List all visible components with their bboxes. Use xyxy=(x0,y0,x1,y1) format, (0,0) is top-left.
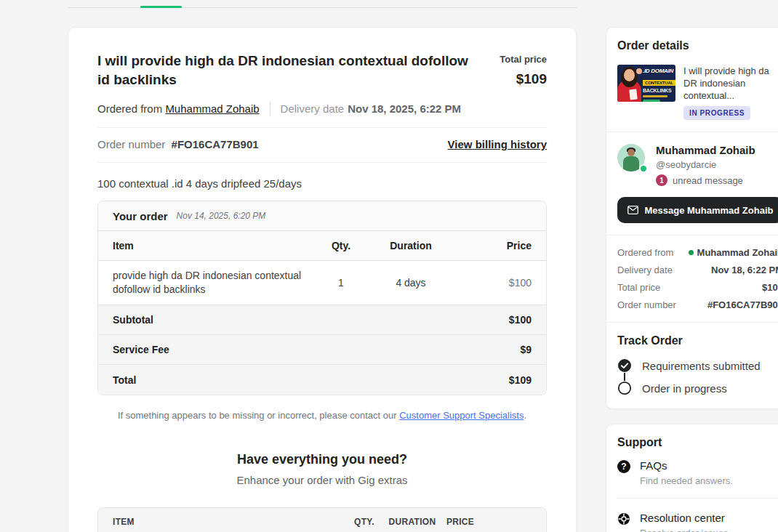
divider xyxy=(606,235,778,235)
support-card: Support ? FAQs Find needed answers. › Re… xyxy=(606,424,778,532)
total-price-label: Total price xyxy=(500,54,547,65)
your-order-title: Your order xyxy=(113,210,168,222)
service-fee-value: $9 xyxy=(520,344,532,355)
online-status-dot xyxy=(639,164,648,173)
thumb-text-line1: .ID DOMAIN xyxy=(643,68,674,74)
detail-row-total-price: Total price $109 xyxy=(617,282,778,293)
status-badge: IN PROGRESS xyxy=(683,106,750,120)
empty-circle-icon xyxy=(617,381,632,395)
track-order-title: Track Order xyxy=(617,334,778,347)
support-title: Support xyxy=(617,436,778,449)
divider xyxy=(617,498,778,499)
resolution-center-label: Resolution center xyxy=(640,512,731,524)
subtotal-row: Subtotal $100 xyxy=(98,305,546,335)
order-description: 100 contextual .id 4 days dripfeed 25/da… xyxy=(97,177,547,190)
service-fee-label: Service Fee xyxy=(113,344,169,355)
track-step-label: Order in progress xyxy=(642,382,727,395)
seller-name[interactable]: Muhammad Zohaib xyxy=(656,144,755,156)
support-note: If something appears to be missing or in… xyxy=(97,410,547,421)
upsell-subheading: Enhance your order with Gig extras xyxy=(97,474,547,486)
row-item-name: provide high da DR indonesian contextual… xyxy=(113,269,316,297)
total-label: Total xyxy=(113,374,136,386)
divider xyxy=(606,132,778,132)
extras-column-duration: DURATION xyxy=(386,517,438,527)
total-value: $109 xyxy=(509,374,532,386)
row-price: $100 xyxy=(455,276,532,290)
service-fee-row: Service Fee $9 xyxy=(98,335,546,365)
order-details-title: Order details xyxy=(617,39,778,52)
thumb-person-face xyxy=(624,69,635,81)
thumb-person-hand xyxy=(636,68,642,74)
vertical-divider xyxy=(270,102,270,116)
detail-label: Order number xyxy=(617,299,676,310)
detail-label: Total price xyxy=(617,282,660,293)
row-duration: 4 days xyxy=(366,276,455,290)
envelope-icon xyxy=(627,206,638,214)
resolution-center-description: Resolve order issues. xyxy=(640,528,731,532)
track-step-pending: Order in progress xyxy=(617,381,778,395)
thumb-cta-pill xyxy=(643,100,660,102)
thumb-text-line4 xyxy=(643,95,667,97)
upsell-heading: Have everything you need? xyxy=(97,452,547,467)
detail-value: Muhammad Zohaib xyxy=(689,247,778,258)
order-summary-card: I will provide high da DR indonesian con… xyxy=(68,27,577,532)
delivery-date-value: Nov 18, 2025, 6:22 PM xyxy=(348,102,461,115)
question-icon: ? xyxy=(617,460,630,473)
order-details-card: Order details .ID DOMAIN CONTEXTUAL BACK… xyxy=(606,27,778,409)
extras-column-price: PRICE xyxy=(438,517,482,527)
message-seller-button[interactable]: Message Muhammad Zohaib xyxy=(617,197,778,223)
faqs-label: FAQs xyxy=(640,459,733,472)
faqs-item[interactable]: ? FAQs Find needed answers. › xyxy=(617,449,778,495)
support-note-suffix: . xyxy=(524,410,526,421)
delivery-date-label: Delivery date xyxy=(281,102,345,115)
message-button-label: Message Muhammad Zohaib xyxy=(645,205,774,216)
subtotal-value: $100 xyxy=(509,314,532,326)
detail-value: #FO16CA77B901 xyxy=(707,299,778,310)
table-row: provide high da DR indonesian contextual… xyxy=(98,261,546,305)
customer-support-link[interactable]: Customer Support Specialists xyxy=(399,410,524,421)
row-qty: 1 xyxy=(316,276,366,290)
faqs-description: Find needed answers. xyxy=(640,475,733,486)
order-items-table: Your order Nov 14, 2025, 6:20 PM Item Qt… xyxy=(97,201,547,395)
gig-thumbnail[interactable]: .ID DOMAIN CONTEXTUAL BACKLINKS xyxy=(617,65,675,102)
column-header-price: Price xyxy=(455,240,532,251)
order-details-list: Ordered from Muhammad Zohaib Delivery da… xyxy=(617,247,778,310)
online-dot-icon xyxy=(689,250,694,255)
total-row: Total $109 xyxy=(98,365,546,395)
track-step-done: Requirements submitted xyxy=(617,358,778,373)
unread-message-label[interactable]: unread message xyxy=(673,175,743,186)
track-step-label: Requirements submitted xyxy=(642,360,761,372)
order-number-label: Order number xyxy=(97,138,165,150)
track-connector xyxy=(624,373,625,381)
resolution-center-item[interactable]: Resolution center Resolve order issues. … xyxy=(617,501,778,532)
order-placed-date: Nov 14, 2025, 6:20 PM xyxy=(177,211,266,221)
gig-title: I will provide high da DR indonesian con… xyxy=(97,52,468,89)
order-page-tabs xyxy=(68,0,577,8)
detail-row-order-number: Order number #FO16CA77B901 xyxy=(617,299,778,310)
subtotal-label: Subtotal xyxy=(113,314,153,326)
ordered-from-label: Ordered from xyxy=(97,102,162,115)
view-billing-history-link[interactable]: View billing history xyxy=(448,138,547,150)
seller-profile-link[interactable]: Muhammad Zohaib xyxy=(165,102,259,115)
thumb-text-line2: CONTEXTUAL xyxy=(643,80,675,86)
detail-row-ordered-from: Ordered from Muhammad Zohaib xyxy=(617,247,778,258)
detail-label: Delivery date xyxy=(617,265,673,275)
seller-handle: @seobydarcie xyxy=(656,159,755,170)
divider xyxy=(606,322,778,323)
sidebar-gig-title: I will provide high da DR indonesian con… xyxy=(683,65,778,102)
order-number-value: #FO16CA77B901 xyxy=(172,138,259,150)
column-header-qty: Qty. xyxy=(316,240,366,251)
order-sidebar: Order details .ID DOMAIN CONTEXTUAL BACK… xyxy=(606,27,778,532)
extras-column-item: ITEM xyxy=(113,517,342,527)
detail-value: $109 xyxy=(762,282,778,293)
column-header-item: Item xyxy=(113,240,316,251)
lifebuoy-icon xyxy=(617,512,630,525)
column-header-duration: Duration xyxy=(366,240,455,251)
thumb-text-line3: BACKLINKS xyxy=(643,88,674,93)
detail-label: Ordered from xyxy=(617,247,673,258)
unread-count-badge: 1 xyxy=(656,174,667,186)
extras-column-qty: QTY. xyxy=(342,517,386,527)
detail-value: Nov 18, 6:22 PM xyxy=(711,265,778,275)
check-circle-icon xyxy=(617,358,632,373)
active-tab-indicator[interactable] xyxy=(140,6,182,8)
